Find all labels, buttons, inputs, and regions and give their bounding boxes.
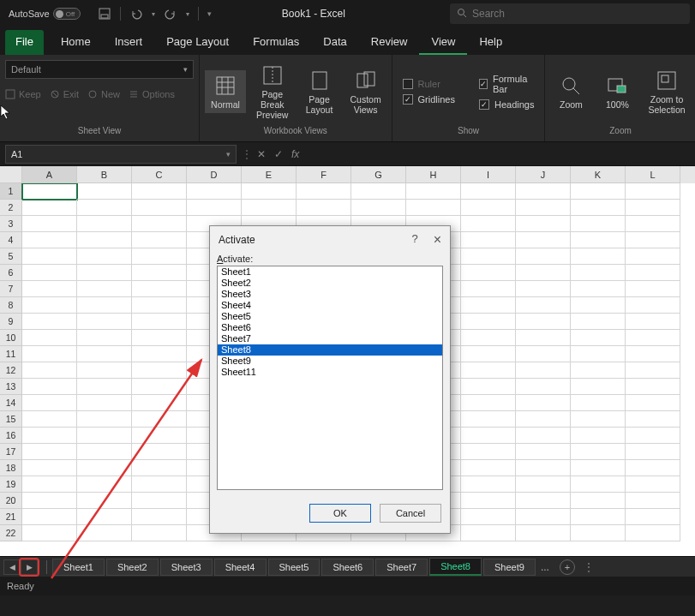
cell[interactable] (626, 281, 680, 297)
cell[interactable] (132, 493, 187, 509)
name-box[interactable]: A1 ▾ (5, 145, 237, 164)
undo-icon[interactable] (129, 7, 143, 21)
sheet-tab-sheet2[interactable]: Sheet2 (106, 559, 159, 576)
row-header[interactable]: 19 (0, 476, 22, 493)
col-header[interactable]: L (626, 166, 680, 183)
sheet-tab-sheet6[interactable]: Sheet6 (321, 559, 374, 576)
cell[interactable] (22, 525, 77, 541)
row-header[interactable]: 5 (0, 248, 22, 265)
cell[interactable] (132, 395, 187, 411)
cell[interactable] (516, 444, 571, 460)
cell[interactable] (626, 476, 680, 493)
cell[interactable] (571, 200, 626, 216)
cell[interactable] (22, 362, 77, 379)
col-header[interactable]: E (242, 166, 297, 183)
cell[interactable] (626, 444, 680, 460)
tabs-more-indicator[interactable]: ... (536, 561, 554, 573)
sheet-view-select[interactable]: Default ▾ (5, 60, 194, 79)
autosave-toggle[interactable]: AutoSave Off (5, 8, 84, 20)
row-header[interactable]: 8 (0, 297, 22, 314)
cell[interactable] (571, 314, 626, 330)
cell[interactable] (22, 330, 77, 346)
cell[interactable] (22, 346, 77, 362)
cell[interactable] (77, 460, 132, 476)
btn-100[interactable]: 100% (596, 70, 638, 113)
row-header[interactable]: 20 (0, 493, 22, 509)
dialog-help-button[interactable]: ? (411, 232, 417, 248)
cell[interactable] (626, 525, 680, 541)
cell[interactable] (516, 525, 571, 541)
tab-insert[interactable]: Insert (103, 30, 155, 55)
cell[interactable] (22, 379, 77, 395)
col-header[interactable]: G (351, 166, 406, 183)
cell[interactable] (22, 297, 77, 314)
cell[interactable] (626, 248, 680, 265)
cell[interactable] (626, 379, 680, 395)
row-header[interactable]: 22 (0, 525, 22, 541)
tab-menu-icon[interactable]: ⋮ (584, 561, 594, 573)
cell[interactable] (571, 362, 626, 379)
listbox-item[interactable]: Sheet6 (218, 322, 442, 333)
cell[interactable] (461, 379, 516, 395)
cell[interactable] (132, 362, 187, 379)
cell[interactable] (461, 362, 516, 379)
cell[interactable] (516, 330, 571, 346)
cell[interactable] (77, 444, 132, 460)
cancel-button[interactable]: Cancel (380, 504, 441, 523)
cell[interactable] (132, 248, 187, 265)
cell[interactable] (297, 200, 351, 216)
btn-zoom[interactable]: Zoom (550, 70, 591, 113)
col-header[interactable]: A (22, 166, 77, 183)
cell[interactable] (461, 395, 516, 411)
cell[interactable] (516, 395, 571, 411)
add-sheet-button[interactable]: + (560, 559, 575, 575)
cell[interactable] (516, 346, 571, 362)
cell[interactable] (626, 346, 680, 362)
cell[interactable] (132, 330, 187, 346)
cell[interactable] (626, 232, 680, 248)
search-box[interactable] (450, 3, 690, 24)
cell[interactable] (77, 248, 132, 265)
cell[interactable] (77, 428, 132, 444)
col-header[interactable]: B (77, 166, 132, 183)
cell[interactable] (461, 525, 516, 541)
cell[interactable] (132, 314, 187, 330)
row-header[interactable]: 1 (0, 183, 22, 200)
cell[interactable] (22, 314, 77, 330)
row-header[interactable]: 14 (0, 395, 22, 411)
row-header[interactable]: 6 (0, 265, 22, 281)
cell[interactable] (77, 200, 132, 216)
cell[interactable] (571, 216, 626, 232)
cell[interactable] (22, 460, 77, 476)
search-input[interactable] (472, 8, 683, 20)
sv-new[interactable]: New (87, 89, 120, 99)
chk-ruler[interactable]: Ruler (403, 79, 455, 89)
cell[interactable] (187, 200, 242, 216)
listbox-item[interactable]: Sheet1 (218, 266, 442, 278)
cell[interactable] (22, 265, 77, 281)
cell[interactable] (22, 183, 77, 200)
col-header[interactable]: F (297, 166, 351, 183)
cell[interactable] (516, 428, 571, 444)
cell[interactable] (22, 200, 77, 216)
cell[interactable] (571, 297, 626, 314)
sheet-tab-sheet7[interactable]: Sheet7 (375, 559, 428, 576)
cell[interactable] (77, 265, 132, 281)
cell[interactable] (516, 248, 571, 265)
sheet-listbox[interactable]: Sheet1Sheet2Sheet3Sheet4Sheet5Sheet6Shee… (217, 266, 443, 490)
cell[interactable] (626, 183, 680, 200)
listbox-item[interactable]: Sheet3 (218, 289, 442, 300)
cell[interactable] (351, 200, 406, 216)
cell[interactable] (187, 183, 242, 200)
select-all-corner[interactable] (0, 166, 22, 183)
cell[interactable] (626, 460, 680, 476)
tab-nav-prev[interactable]: ◀ (3, 559, 21, 575)
chk-formula-bar[interactable]: ✓ Formula Bar (479, 74, 534, 94)
row-header[interactable]: 4 (0, 232, 22, 248)
cell[interactable] (571, 493, 626, 509)
cell[interactable] (77, 314, 132, 330)
cell[interactable] (626, 509, 680, 525)
cell[interactable] (571, 379, 626, 395)
cell[interactable] (132, 460, 187, 476)
cell[interactable] (351, 183, 406, 200)
